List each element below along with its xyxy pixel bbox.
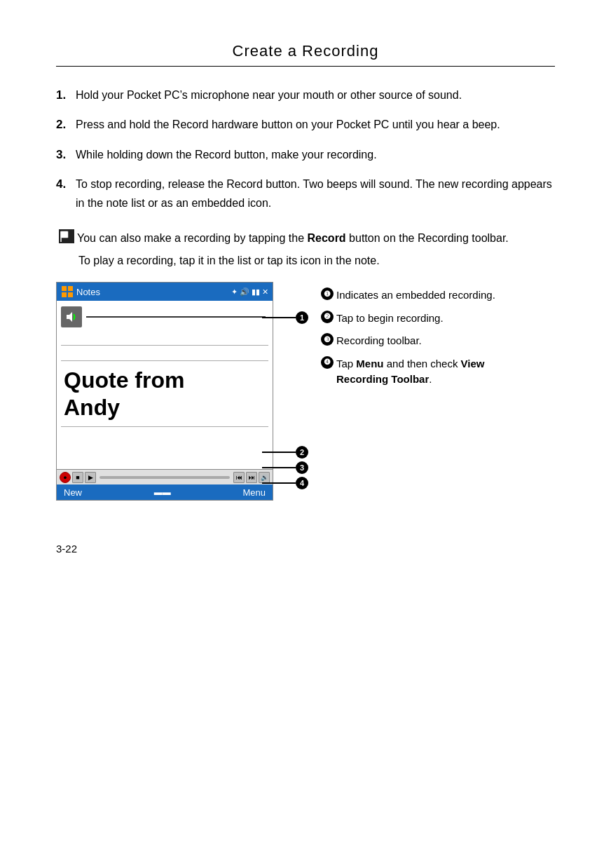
device-bottom-center: ▬▬: [154, 487, 171, 497]
step-1-num: 1.: [56, 86, 76, 104]
big-text-line2: Andy: [64, 394, 266, 421]
annotation-text-3: Recording toolbar.: [336, 333, 555, 349]
annotation-dot-3: ❸: [321, 333, 334, 346]
note-bold-record: Record: [308, 232, 346, 244]
device-signal-icon: ✦: [231, 287, 238, 297]
annotation-dot-2: ❷: [321, 311, 334, 323]
device-bottom-new: New: [64, 487, 82, 498]
play-btn: ▶: [85, 472, 96, 483]
device-sound-icon: 🔊: [240, 287, 249, 297]
device-wifi-icon: ✕: [262, 287, 268, 297]
device-body: Quote from Andy: [57, 301, 273, 469]
device-titlebar: Notes ✦ 🔊 ▮▮ ✕: [57, 283, 273, 301]
steps-list: 1. Hold your Pocket PC’s microphone near…: [56, 86, 555, 212]
svg-marker-8: [67, 312, 72, 322]
note-block: You can also make a recording by tapping…: [56, 229, 555, 269]
annotation-4-menu-bold: Menu: [356, 358, 383, 369]
step-3-num: 3.: [56, 146, 76, 164]
annotation-1: ❶ Indicates an embedded recording.: [321, 287, 555, 304]
annotation-text-4: Tap Menu and then check ViewRecording To…: [336, 356, 555, 388]
annotation-dot-4: ❹: [321, 356, 334, 369]
step-3-text: While holding down the Record button, ma…: [76, 146, 555, 164]
right-annotations: ❶ Indicates an embedded recording. ❷ Tap…: [290, 282, 555, 501]
annotation-2: ❷ Tap to begin recording.: [321, 311, 555, 327]
skip-fwd-btn: ⏭: [246, 472, 257, 483]
callout-num-1: 1: [296, 311, 308, 324]
annotation-text-2: Tap to begin recording.: [336, 311, 555, 327]
step-4: 4. To stop recording, release the Record…: [56, 175, 555, 212]
annotation-3: ❸ Recording toolbar.: [321, 333, 555, 349]
big-text-area: Quote from Andy: [61, 361, 268, 426]
callout-num-4: 4: [296, 477, 308, 489]
callout-line-3: 3: [262, 461, 308, 474]
note-text-2: To play a recording, tap it in the list …: [59, 252, 555, 270]
h-line-4: [262, 482, 296, 484]
note-text-1: You can also make a recording by tapping…: [77, 229, 509, 247]
annotation-text-1: Indicates an embedded recording.: [336, 287, 555, 304]
callout-num-2: 2: [296, 446, 308, 459]
step-2-num: 2.: [56, 116, 76, 134]
skip-back-btn: ⏮: [233, 472, 245, 483]
device-recording-toolbar: ● ■ ▶ ⏮ ⏭ 🔊: [57, 469, 273, 484]
step-4-num: 4.: [56, 175, 76, 212]
record-btn: ●: [60, 472, 71, 483]
recording-icon-row: [61, 306, 268, 327]
h-line-1: [262, 317, 296, 318]
note-line-item-1: [61, 330, 268, 346]
device-wrapper: Notes ✦ 🔊 ▮▮ ✕: [56, 282, 273, 501]
title-divider: [56, 66, 555, 67]
recording-line: [86, 316, 266, 318]
note-line-1: You can also make a recording by tapping…: [59, 229, 555, 247]
step-1-text: Hold your Pocket PC’s microphone near yo…: [76, 86, 555, 104]
svg-rect-4: [62, 286, 67, 291]
device-title-text: Notes: [76, 287, 100, 297]
device-screenshot: Notes ✦ 🔊 ▮▮ ✕: [56, 282, 273, 501]
callout-line-4: 4: [262, 477, 308, 489]
stop-btn: ■: [72, 472, 83, 483]
svg-rect-5: [68, 286, 73, 291]
embedded-recording-icon: [61, 306, 82, 327]
annotation-4: ❹ Tap Menu and then check ViewRecording …: [321, 356, 555, 388]
annotation-dot-1: ❶: [321, 287, 334, 300]
device-bottombar: New ▬▬ Menu: [57, 484, 273, 500]
step-2-text: Press and hold the Record hardware butto…: [76, 116, 555, 134]
note-lines-area: [61, 330, 268, 361]
windows-mobile-icon: [61, 285, 74, 298]
page-footer: 3-22: [56, 543, 555, 555]
speaker-icon: [65, 311, 78, 323]
device-battery-icon: ▮▮: [252, 287, 260, 297]
playback-slider: [99, 476, 230, 479]
step-2: 2. Press and hold the Record hardware bu…: [56, 116, 555, 134]
content-area: Notes ✦ 🔊 ▮▮ ✕: [56, 282, 555, 501]
callout-num-3: 3: [296, 461, 308, 474]
device-titlebar-left: Notes: [61, 285, 100, 298]
device-titlebar-right: ✦ 🔊 ▮▮ ✕: [231, 287, 268, 297]
step-1: 1. Hold your Pocket PC’s microphone near…: [56, 86, 555, 104]
note-line-item-2: [61, 346, 268, 361]
callout-line-2: 2: [262, 446, 308, 459]
note-flag-icon: [59, 229, 74, 243]
h-line-3: [262, 467, 296, 468]
big-text-line1: Quote from: [64, 367, 266, 393]
device-toolbar-row-spacer: [61, 426, 268, 436]
callout-line-1: 1: [262, 311, 308, 324]
step-4-text: To stop recording, release the Record bu…: [76, 175, 555, 212]
step-3: 3. While holding down the Record button,…: [56, 146, 555, 164]
svg-rect-7: [68, 292, 73, 297]
svg-rect-6: [62, 292, 67, 297]
h-line-2: [262, 452, 296, 453]
svg-rect-1: [61, 231, 68, 238]
page-title: Create a Recording: [56, 42, 555, 60]
